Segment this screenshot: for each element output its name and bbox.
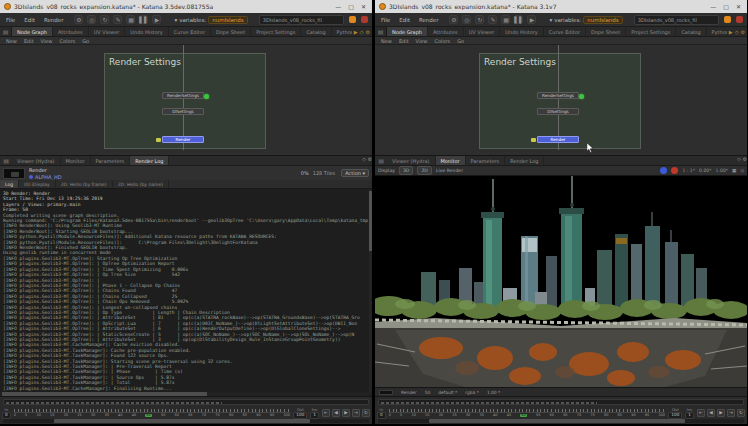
menu-render[interactable]: Render bbox=[42, 17, 66, 23]
filename-field[interactable]: 3DIslands_v08_rocks_fil bbox=[634, 15, 719, 25]
nodegraph-menu-item[interactable]: Go bbox=[82, 38, 89, 44]
log-tab[interactable]: (0) iDisplay bbox=[19, 180, 56, 188]
nodegraph-canvas[interactable]: Render Settings RenderSettings DlSetting… bbox=[375, 45, 747, 155]
view-2d-button[interactable]: 2D bbox=[417, 166, 431, 175]
go-first-button[interactable]: ⇤ bbox=[697, 409, 705, 417]
nodegraph-menu-item[interactable]: New bbox=[381, 38, 392, 44]
variables-dropdown[interactable]: ▾ variables: numIslands bbox=[174, 16, 247, 24]
pause-render-button[interactable] bbox=[660, 167, 667, 174]
close-button[interactable]: ✕ bbox=[361, 0, 366, 13]
color-swatch[interactable] bbox=[379, 390, 393, 395]
loop-button[interactable]: ↻ bbox=[362, 409, 370, 417]
menu-file[interactable]: File bbox=[379, 17, 392, 23]
nodegraph-menu-item[interactable]: View bbox=[41, 38, 53, 44]
tab[interactable]: Attributes bbox=[53, 27, 89, 36]
tab[interactable]: Dope Sheet bbox=[586, 27, 626, 36]
gear-icon[interactable]: ⚙ bbox=[449, 15, 458, 24]
gear-icon[interactable]: ⚙ bbox=[74, 15, 83, 24]
timeline-inc[interactable]: Inc 1 bbox=[685, 408, 694, 419]
gear-icon[interactable]: ⚙ bbox=[366, 29, 370, 35]
chevron-right-icon[interactable]: ▶ bbox=[729, 29, 733, 35]
nodegraph-menu-item[interactable]: Colors bbox=[434, 38, 450, 44]
gear-icon[interactable]: ⚙ bbox=[741, 29, 745, 35]
tab[interactable]: Catalog bbox=[301, 27, 331, 36]
target-icon[interactable]: ◎ bbox=[87, 15, 96, 24]
pane-tab[interactable]: Parameters bbox=[91, 156, 131, 165]
play-button[interactable]: ▶ bbox=[342, 409, 350, 417]
menu-edit[interactable]: Edit bbox=[397, 17, 412, 23]
log-tab[interactable]: Log bbox=[0, 180, 19, 188]
nodegraph-canvas[interactable]: Render Settings RenderSettings DlSetting… bbox=[0, 45, 372, 155]
refresh-icon[interactable]: ↻ bbox=[100, 15, 109, 24]
timeline-ruler[interactable]: 0510152025303540455055606570758085909510… bbox=[14, 409, 291, 418]
tab[interactable]: Python bbox=[707, 27, 727, 36]
node-rendersettings[interactable]: RenderSettings bbox=[537, 92, 579, 99]
tab[interactable]: UV Viewer bbox=[89, 27, 126, 36]
render-indicator-orange[interactable] bbox=[724, 16, 731, 23]
timeline-scrollbar[interactable] bbox=[3, 419, 369, 423]
minimize-button[interactable]: — bbox=[710, 0, 716, 13]
pause-icon[interactable]: ▌▌ bbox=[514, 15, 523, 24]
title-bar[interactable]: 3DIslands_v08_rocks_expansion.katana* - … bbox=[375, 0, 747, 13]
timeline-in[interactable]: In 0 bbox=[377, 408, 386, 419]
live-render-label[interactable]: Live Render bbox=[436, 168, 463, 173]
stop-render-button[interactable] bbox=[671, 167, 678, 174]
pin-icon[interactable]: ◇ bbox=[737, 156, 741, 162]
tab[interactable]: Node Graph bbox=[387, 27, 428, 36]
tab[interactable]: Project Settings bbox=[251, 27, 301, 36]
step-back-button[interactable]: ◀ bbox=[332, 409, 340, 417]
nodegraph-menu-item[interactable]: Edit bbox=[24, 38, 34, 44]
play-icon[interactable]: ▶ bbox=[527, 15, 536, 24]
node-render[interactable]: Render bbox=[162, 136, 204, 143]
exposure-readout[interactable]: 0.00* bbox=[699, 168, 712, 173]
out-value[interactable]: 100 bbox=[668, 412, 682, 418]
vertical-scrollbar[interactable] bbox=[369, 189, 372, 392]
tab[interactable]: Undo History bbox=[125, 27, 168, 36]
pane-tab[interactable]: Viewer (Hydra) bbox=[12, 156, 61, 165]
menu-file[interactable]: File bbox=[4, 17, 17, 23]
loop-button[interactable]: ↻ bbox=[737, 409, 745, 417]
nodegraph-menu-item[interactable]: View bbox=[416, 38, 428, 44]
play-icon[interactable]: ▶ bbox=[152, 15, 161, 24]
timeline-in[interactable]: In 0 bbox=[2, 408, 11, 419]
minimize-button[interactable]: — bbox=[335, 0, 341, 13]
node-rendersettings[interactable]: RenderSettings bbox=[162, 92, 204, 99]
keyboard-icon[interactable]: ▤ bbox=[375, 156, 387, 165]
maximize-button[interactable]: ▢ bbox=[723, 0, 729, 13]
timeline-out[interactable]: Out 100 bbox=[293, 408, 307, 419]
tab[interactable]: Project Settings bbox=[626, 27, 676, 36]
render-indicator-orange[interactable] bbox=[349, 16, 356, 23]
grid-icon[interactable]: ▦ bbox=[501, 15, 510, 24]
snapshot-icon[interactable]: ◇ bbox=[740, 168, 744, 173]
action-button[interactable]: Action ▾ bbox=[341, 169, 369, 177]
status-channel[interactable]: default * bbox=[438, 390, 457, 395]
gear-icon[interactable]: ⚙ bbox=[743, 156, 747, 162]
pin-icon[interactable]: ◇ bbox=[362, 156, 366, 162]
refresh-icon[interactable]: ↻ bbox=[475, 15, 484, 24]
play-button[interactable]: ▶ bbox=[717, 409, 725, 417]
tab[interactable]: Node Graph bbox=[12, 27, 53, 36]
tab[interactable]: Attributes bbox=[428, 27, 464, 36]
pane-tab[interactable]: Render Log bbox=[505, 156, 544, 165]
log-tab[interactable]: 2D: Hello (by name) bbox=[113, 180, 169, 188]
backdrop-node[interactable]: Render Settings bbox=[104, 53, 266, 149]
gamma-readout[interactable]: 1.00* bbox=[716, 168, 729, 173]
status-field[interactable] bbox=[3, 399, 369, 405]
go-last-button[interactable]: ⇥ bbox=[727, 409, 735, 417]
variables-dropdown[interactable]: ▾ variables: numIslands bbox=[549, 16, 622, 24]
tab[interactable]: Python bbox=[332, 27, 352, 36]
keyboard-icon[interactable]: ▤ bbox=[375, 27, 387, 36]
close-button[interactable]: ✕ bbox=[736, 0, 741, 13]
compare-icon[interactable]: ▦ bbox=[732, 168, 736, 173]
gear-icon[interactable]: ⚙ bbox=[368, 156, 372, 162]
menu-edit[interactable]: Edit bbox=[22, 17, 37, 23]
nodegraph-menu-item[interactable]: Edit bbox=[399, 38, 409, 44]
nodegraph-menu-item[interactable]: New bbox=[6, 38, 17, 44]
maximize-button[interactable]: ▢ bbox=[348, 0, 354, 13]
render-thumbnail[interactable] bbox=[3, 168, 25, 179]
pane-tab[interactable]: Monitor bbox=[61, 156, 91, 165]
log-tab[interactable]: 2D: Hello (by frame) bbox=[56, 180, 113, 188]
nodegraph-menu-item[interactable]: Go bbox=[457, 38, 464, 44]
render-indicator-red[interactable] bbox=[361, 16, 368, 23]
tab[interactable]: Undo History bbox=[500, 27, 543, 36]
